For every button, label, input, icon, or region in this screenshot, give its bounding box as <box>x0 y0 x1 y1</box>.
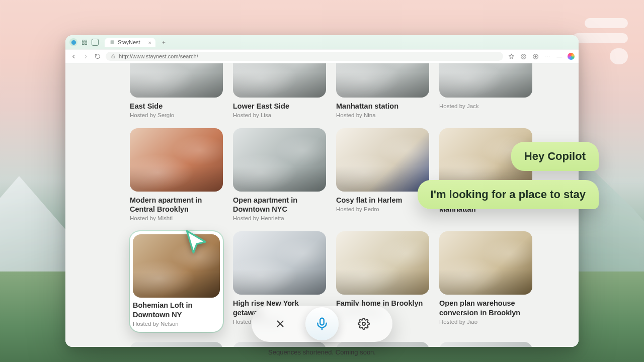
listing-host: Hosted by Nina <box>336 112 429 118</box>
tab-title: StayNest <box>118 39 140 45</box>
url-text: http://www.staynest.com/search/ <box>119 53 198 59</box>
svg-point-8 <box>521 54 526 59</box>
svg-rect-5 <box>111 40 114 44</box>
listing-thumb <box>439 231 532 295</box>
listing-card[interactable]: Hosted by Jack <box>439 63 532 118</box>
listing-card[interactable] <box>130 342 223 347</box>
svg-point-11 <box>362 322 365 325</box>
listing-thumb <box>133 234 220 298</box>
listing-card[interactable]: Modern apartment in Central Brooklyn Hos… <box>130 128 223 221</box>
listing-card[interactable]: Cosy flat in Harlem Hosted by Pedro <box>336 128 429 221</box>
decorative-pills <box>573 18 628 64</box>
listing-card[interactable] <box>336 342 429 347</box>
forward-button[interactable] <box>82 52 90 60</box>
listing-title: Manhattan station <box>336 102 429 111</box>
listing-card[interactable]: Manhattan station Hosted by Nina <box>336 63 429 118</box>
favorite-icon[interactable] <box>507 52 515 60</box>
listing-thumb <box>130 128 223 192</box>
chat-bubble: I'm looking for a place to stay <box>418 180 599 209</box>
svg-point-0 <box>71 40 75 44</box>
listing-card[interactable]: East Side Hosted by Sergio <box>130 63 223 118</box>
listing-thumb <box>233 128 326 192</box>
close-tab-icon[interactable]: × <box>148 40 151 46</box>
listing-title: Cosy flat in Harlem <box>336 196 429 205</box>
listing-card[interactable]: Lower East Side Hosted by Lisa <box>233 63 326 118</box>
settings-button[interactable] <box>354 314 374 334</box>
copilot-icon[interactable] <box>568 53 575 60</box>
listing-title: Open plan warehouse conversion in Brookl… <box>439 299 532 317</box>
tab-overview-icon[interactable] <box>92 39 99 46</box>
listing-host: Hosted by Mishti <box>130 215 223 221</box>
edge-logo-icon <box>69 38 77 46</box>
listing-card[interactable]: Open plan warehouse conversion in Brookl… <box>439 231 532 331</box>
back-button[interactable] <box>69 52 77 60</box>
listing-host: Hosted by Lisa <box>233 112 326 118</box>
listing-thumb <box>233 231 326 295</box>
listing-title: East Side <box>130 102 223 111</box>
svg-rect-2 <box>85 40 87 42</box>
listing-thumb <box>439 342 532 347</box>
listing-thumb <box>336 342 429 347</box>
svg-rect-1 <box>83 40 85 42</box>
refresh-button[interactable] <box>94 52 102 60</box>
browser-tabstrip: StayNest × ＋ <box>65 35 579 49</box>
listing-host: Hosted by Nelson <box>133 321 220 327</box>
browser-addressbar: http://www.staynest.com/search/ ⋯ — <box>65 49 579 63</box>
chat-text: Hey Copilot <box>524 150 586 162</box>
svg-rect-3 <box>83 43 85 45</box>
menu-icon[interactable]: ⋯ <box>543 52 551 60</box>
listing-host: Hosted by Pedro <box>336 206 429 212</box>
voice-control-pill <box>252 306 392 342</box>
listing-thumb <box>130 342 223 347</box>
collections-icon[interactable] <box>531 52 539 60</box>
svg-rect-10 <box>320 318 324 325</box>
page-icon <box>110 40 115 45</box>
footer-caption: Sequences shortened. Coming soon. <box>0 348 644 356</box>
listing-host: Hosted by Henrietta <box>233 215 326 221</box>
listing-card[interactable] <box>439 342 532 347</box>
minimize-icon[interactable]: — <box>555 52 564 60</box>
listing-host: Hosted by Jack <box>439 103 532 109</box>
svg-point-7 <box>522 55 524 57</box>
listing-title: Open apartment in Downtown NYC <box>233 196 326 214</box>
svg-rect-4 <box>85 43 87 45</box>
url-field[interactable]: http://www.staynest.com/search/ <box>106 52 503 61</box>
listing-card-selected[interactable]: Bohemian Loft in Downtown NY Hosted by N… <box>130 231 223 331</box>
listing-host: Hosted by Jiao <box>439 319 532 325</box>
listing-title: Modern apartment in Central Brooklyn <box>130 196 223 214</box>
microphone-button[interactable] <box>305 307 339 340</box>
listing-thumb <box>233 342 326 347</box>
listing-thumb <box>336 231 429 295</box>
browser-tab[interactable]: StayNest × <box>105 38 155 47</box>
listing-thumb <box>336 128 429 192</box>
listing-host: Hosted by Sergio <box>130 112 223 118</box>
chat-bubble: Hey Copilot <box>511 142 599 171</box>
workspace-icon[interactable] <box>82 39 88 45</box>
listing-card[interactable] <box>233 342 326 347</box>
listing-title: Lower East Side <box>233 102 326 111</box>
new-tab-button[interactable]: ＋ <box>159 38 169 47</box>
lock-icon <box>111 54 116 59</box>
extensions-icon[interactable] <box>519 52 527 60</box>
close-button[interactable] <box>270 314 290 334</box>
listing-card[interactable]: Open apartment in Downtown NYC Hosted by… <box>233 128 326 221</box>
chat-text: I'm looking for a place to stay <box>431 188 586 201</box>
svg-rect-6 <box>112 56 115 58</box>
listing-title: Bohemian Loft in Downtown NY <box>133 301 220 319</box>
